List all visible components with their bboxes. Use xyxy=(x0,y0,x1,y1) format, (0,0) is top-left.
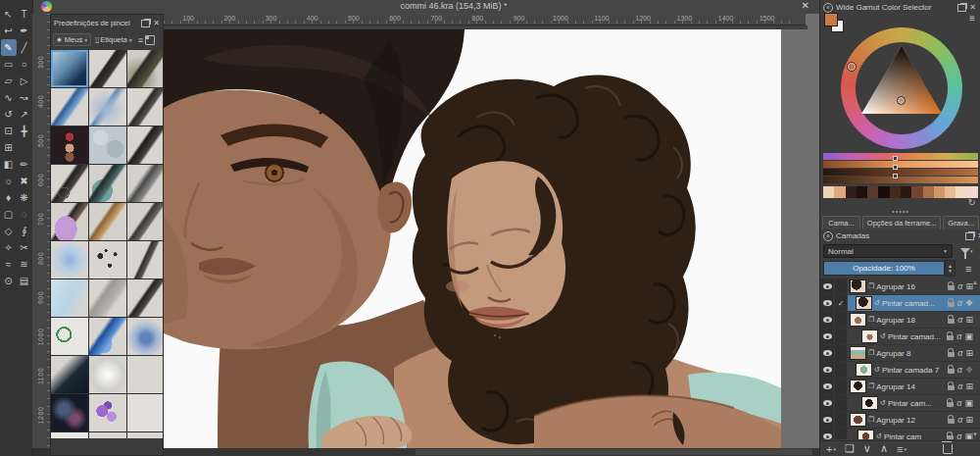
brush-blue-bright-preset[interactable] xyxy=(89,318,126,355)
color-history-swatch[interactable] xyxy=(911,186,922,198)
multibrush-tool[interactable]: ↗ xyxy=(17,106,32,123)
wash-blue-preset[interactable] xyxy=(51,279,88,317)
crop-tool[interactable]: ⊞ xyxy=(1,139,17,156)
float-docker-icon[interactable] xyxy=(141,20,150,27)
lock-icon[interactable] xyxy=(948,369,955,374)
alpha-lock-icon[interactable]: α xyxy=(956,331,961,341)
layer-visibility-toggle[interactable] xyxy=(820,412,835,428)
layer-visibility-toggle[interactable] xyxy=(820,329,835,344)
list-scroll-up-icon[interactable]: ▲ xyxy=(972,279,978,285)
layer-visibility-toggle[interactable] xyxy=(820,395,835,411)
layer-extra-icon[interactable]: ⊞ xyxy=(965,415,973,425)
docker-tab[interactable]: Grava... xyxy=(943,216,979,229)
layer-extra-icon[interactable]: ⊞ xyxy=(965,315,973,325)
pencil-blue-preset[interactable] xyxy=(51,88,88,126)
dynamic-brush-tool[interactable]: ↺ xyxy=(1,106,17,123)
brush-teal-preset[interactable] xyxy=(89,165,126,202)
ink-pen-preset[interactable] xyxy=(89,50,126,87)
flower-purple-preset[interactable] xyxy=(127,432,163,438)
freehand-select-tool[interactable]: ∮ xyxy=(17,223,32,239)
docker-tab[interactable]: Cama... xyxy=(822,216,860,229)
alpha-lock-icon[interactable]: α xyxy=(957,315,962,325)
transform-tool[interactable]: ⊡ xyxy=(1,123,17,139)
horizontal-scrollbar[interactable] xyxy=(164,448,819,456)
soft-round-blue-preset[interactable] xyxy=(127,318,163,355)
bezier-curve-tool[interactable]: ∿ xyxy=(1,89,17,106)
lock-icon[interactable] xyxy=(948,319,955,324)
layer-extra-icon[interactable]: ⊞ xyxy=(965,348,973,358)
opacity-slider[interactable]: Opacidade: 100% xyxy=(823,261,945,276)
layers-menu-icon[interactable]: ≡ xyxy=(965,263,971,275)
color-history-swatch[interactable] xyxy=(945,186,956,198)
smudge-blue-preset[interactable] xyxy=(51,50,88,87)
lock-icon[interactable] xyxy=(948,385,955,390)
layer-extra-icon[interactable]: ❖ xyxy=(965,298,973,308)
pattern-tool[interactable]: ☼ xyxy=(1,173,17,189)
plain-light-preset[interactable] xyxy=(127,356,163,393)
docker-tab[interactable]: Opções da ferrame... xyxy=(862,216,941,229)
stamp-b-preset[interactable] xyxy=(51,318,88,355)
brush-purple-preset[interactable] xyxy=(51,203,88,240)
presets-menu-icon[interactable]: ≡ xyxy=(138,35,143,45)
layer-row[interactable]: ↺ Pintar camada 7 α ❖ xyxy=(820,362,980,379)
layer-select-cell[interactable] xyxy=(835,329,848,344)
shade-handle[interactable] xyxy=(893,174,898,178)
polyline-tool[interactable]: ▷ xyxy=(17,73,32,89)
pencil-blue-soft-preset[interactable] xyxy=(89,88,126,126)
lock-icon[interactable] xyxy=(948,419,955,424)
pen-black-preset[interactable] xyxy=(127,127,163,164)
freehand-path-tool[interactable]: ↝ xyxy=(17,89,32,106)
layer-visibility-toggle[interactable] xyxy=(820,295,835,311)
layer-visibility-toggle[interactable] xyxy=(820,429,835,439)
layer-row[interactable]: ❐ Agrupar 18 α ⊞ xyxy=(820,312,980,329)
angular-dark-preset[interactable] xyxy=(51,356,88,393)
gradient-tool[interactable]: ◧ xyxy=(1,156,17,173)
colorize-mask-tool[interactable]: ✖ xyxy=(17,173,32,189)
alpha-lock-icon[interactable]: α xyxy=(957,365,962,375)
color-history-swatch[interactable] xyxy=(823,186,834,198)
bezier-select-tool[interactable]: ✂ xyxy=(17,239,32,256)
color-sampler-tool[interactable]: ✏ xyxy=(17,156,32,173)
close-document-icon[interactable]: ✕ xyxy=(802,0,809,11)
color-history-swatch[interactable] xyxy=(923,186,934,198)
polygon-select-tool[interactable]: ◇ xyxy=(1,223,17,239)
layer-properties-button[interactable]: ≡ ▾ xyxy=(897,443,906,455)
layer-select-cell[interactable] xyxy=(835,362,848,378)
freehand-brush-tool[interactable]: ✎ xyxy=(1,39,17,56)
calligraphy-tool[interactable]: ✒ xyxy=(17,23,32,39)
ellipse-select-tool[interactable]: ◌ xyxy=(17,206,32,223)
color-history-swatch[interactable] xyxy=(846,186,857,198)
shade-handle[interactable] xyxy=(893,165,898,170)
galaxy-preset[interactable] xyxy=(51,394,88,431)
pencil-gray-preset[interactable] xyxy=(127,203,163,240)
layer-select-cell[interactable] xyxy=(835,395,848,411)
pencil-dark-preset[interactable] xyxy=(127,88,163,126)
soft-gray-preset[interactable] xyxy=(89,356,126,393)
dots-blue-preset[interactable] xyxy=(89,432,126,438)
texture-soft-preset[interactable] xyxy=(89,127,126,164)
layer-select-cell[interactable]: ✓ xyxy=(835,295,848,311)
color-history-swatch[interactable] xyxy=(834,186,845,198)
layer-row[interactable]: ✓ ↺ Pintar camad... α ❖ xyxy=(820,295,980,312)
layer-row[interactable]: ❐ Agrupar 8 α ⊞ xyxy=(820,345,980,362)
zoom-tool[interactable]: ⊙ xyxy=(1,273,17,289)
color-history-swatch[interactable] xyxy=(956,186,966,198)
stroke-gray-preset[interactable] xyxy=(89,279,126,317)
lock-icon[interactable] xyxy=(948,352,955,357)
float-docker-icon[interactable] xyxy=(965,232,974,240)
edit-shapes-tool[interactable]: ↩ xyxy=(1,23,17,39)
pan-tool[interactable]: ▤ xyxy=(17,273,32,289)
magnetic-select-tool[interactable]: ≋ xyxy=(17,256,32,273)
color-history-swatch[interactable] xyxy=(857,186,867,198)
shade-strip-light[interactable] xyxy=(823,161,978,168)
shade-strip-dark[interactable] xyxy=(823,169,978,176)
move-layer-down-button[interactable]: ∨ xyxy=(863,442,871,455)
layer-visibility-toggle[interactable] xyxy=(820,345,835,361)
ink-flourish-preset[interactable] xyxy=(51,165,88,202)
tag-dropdown[interactable]: ▯ Etiqueta ▼ xyxy=(93,34,135,45)
layer-extra-icon[interactable]: ▣ xyxy=(964,331,973,341)
dark-brush-olive-preset[interactable] xyxy=(127,50,163,87)
line-tool[interactable]: ╱ xyxy=(17,39,32,56)
color-history-swatch[interactable] xyxy=(934,186,945,198)
similar-select-tool[interactable]: ≈ xyxy=(1,256,17,273)
